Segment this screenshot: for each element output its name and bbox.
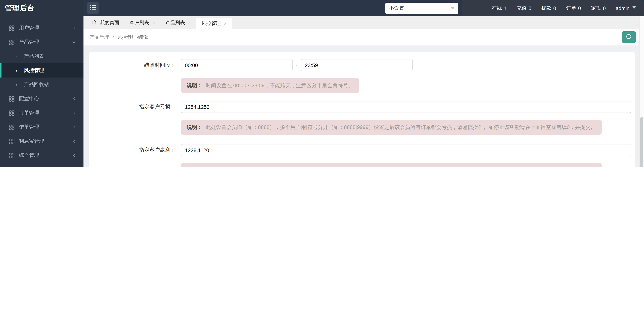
home-icon	[92, 20, 97, 26]
stat-label: 定投	[591, 5, 601, 12]
sidebar-subitem-product-recycle[interactable]: › 产品回收站	[0, 78, 84, 92]
breadcrumb-page: 风控管理-编辑	[117, 34, 148, 40]
chevron-down-icon	[72, 40, 76, 44]
select-value: 不设置	[389, 5, 404, 11]
stat-label: 在线	[492, 5, 502, 12]
range-separator: -	[292, 62, 301, 68]
stat-deposit[interactable]: 充值 0	[516, 5, 531, 12]
sidebar-item-config-center[interactable]: 配置中心	[0, 92, 84, 106]
tab-risk-control[interactable]: 风控管理 ×	[196, 18, 232, 29]
refresh-button[interactable]	[622, 31, 636, 43]
stat-value: 0	[528, 6, 531, 11]
refresh-icon	[625, 33, 632, 41]
sidebar-item-label: 错单管理	[19, 124, 39, 130]
tab-customer-list[interactable]: 客户列表 ×	[124, 16, 160, 29]
grid-icon	[9, 96, 14, 102]
stat-value: 0	[578, 6, 581, 11]
settlement-time-label: 结算时间段：	[89, 59, 176, 71]
sidebar-item-comprehensive-management[interactable]: 综合管理	[0, 148, 84, 162]
caret-down-icon	[632, 6, 636, 8]
stat-online[interactable]: 在线 1	[492, 5, 506, 12]
risk-control-form-card: 结算时间段： - 说明： 时间设置在 00:00～23:59，不能跨天，注意区分…	[89, 52, 635, 166]
chevron-left-icon	[72, 111, 76, 115]
sidebar-menu: 用户管理 产品管理 › 产品列表 › 风控管理	[0, 21, 84, 166]
sidebar-item-report-management[interactable]: 报表管理	[0, 162, 84, 166]
tab-my-desktop[interactable]: 我的桌面	[86, 16, 124, 29]
scrollbar-thumb[interactable]	[640, 117, 643, 166]
breadcrumb-bar: 产品管理 / 风控管理-编辑	[84, 29, 640, 46]
breadcrumb-section[interactable]: 产品管理	[90, 34, 109, 40]
stat-label: 订单	[566, 5, 576, 12]
sidebar-item-order-management[interactable]: 订单管理	[0, 106, 84, 120]
close-icon[interactable]: ×	[224, 21, 227, 26]
sidebar-subitem-risk-control[interactable]: › 风控管理	[0, 63, 84, 78]
stat-label: 充值	[516, 5, 526, 12]
force-loss-input[interactable]	[181, 101, 631, 113]
note-text: 时间设置在 00:00～23:59，不能跨天，注意区分半角全角符号。	[206, 82, 353, 89]
sidebar-subitem-label: 产品回收站	[24, 81, 49, 88]
stat-withdraw[interactable]: 提款 0	[541, 5, 556, 12]
note-label: 说明：	[187, 124, 202, 131]
tab-label: 客户列表	[130, 20, 149, 26]
sidebar-subitem-label: 产品列表	[24, 53, 44, 60]
stat-value: 0	[603, 6, 606, 11]
note-text: 此处设置会员ID（如：8888），多个用户用|符号分开（如：8888|9999）…	[206, 124, 596, 131]
force-loss-label: 指定客户亏损：	[89, 101, 176, 113]
force-win-row: 指定客户赢利：	[89, 144, 635, 156]
arrow-right-icon: ›	[16, 82, 17, 88]
grid-icon	[9, 110, 14, 116]
sidebar-item-label: 产品管理	[19, 39, 39, 46]
select-caret-icon	[451, 7, 455, 9]
stat-value: 1	[504, 6, 506, 11]
sidebar-item-label: 利息宝管理	[19, 138, 44, 144]
settlement-end-input[interactable]	[301, 59, 412, 71]
breadcrumb-separator: /	[112, 34, 114, 40]
force-loss-note: 说明： 此处设置会员ID（如：8888），多个用户用|符号分开（如：8888|9…	[181, 120, 602, 135]
sidebar-subitem-product-list[interactable]: › 产品列表	[0, 49, 84, 63]
tab-bar: 我的桌面 客户列表 × 产品列表 × 风控管理 ×	[84, 16, 640, 29]
force-win-note: 说明： 此处设置会员ID（如：8888），多个用户用|符号分开（如：8888|9…	[181, 163, 602, 166]
grid-icon	[9, 138, 14, 144]
settlement-start-input[interactable]	[181, 59, 292, 71]
settlement-time-note: 说明： 时间设置在 00:00～23:59，不能跨天，注意区分半角全角符号。	[181, 78, 359, 93]
chevron-left-icon	[72, 140, 76, 143]
stat-orders[interactable]: 订单 0	[566, 5, 581, 12]
sidebar-subitem-label: 风控管理	[24, 67, 44, 74]
chevron-left-icon	[72, 125, 76, 129]
force-win-input[interactable]	[181, 144, 631, 156]
sidebar-item-label: 综合管理	[19, 152, 39, 159]
force-win-label: 指定客户赢利：	[89, 144, 176, 156]
vertical-scrollbar[interactable]	[639, 16, 644, 166]
product-filter-select[interactable]: 不设置	[385, 2, 458, 14]
tab-product-list[interactable]: 产品列表 ×	[160, 16, 196, 29]
arrow-right-icon: ›	[16, 68, 17, 74]
tab-label: 产品列表	[166, 20, 185, 26]
header-status-bar: 在线 1 充值 0 提款 0 订单 0 定投 0 admin	[462, 0, 644, 16]
breadcrumb: 产品管理 / 风控管理-编辑	[90, 29, 148, 46]
arrow-right-icon: ›	[16, 53, 17, 59]
force-loss-row: 指定客户亏损：	[89, 101, 635, 113]
user-menu[interactable]: admin	[616, 6, 636, 11]
close-icon[interactable]: ×	[188, 20, 191, 25]
grid-icon	[9, 124, 14, 130]
sidebar-item-product-management[interactable]: 产品管理	[0, 35, 84, 49]
stat-value: 0	[553, 6, 556, 11]
sidebar-toggle-button[interactable]	[87, 2, 99, 14]
grid-icon	[9, 39, 14, 45]
close-icon[interactable]: ×	[152, 20, 155, 25]
tab-label: 我的桌面	[100, 20, 119, 26]
top-header: 不设置 在线 1 充值 0 提款 0 订单 0 定投 0	[84, 0, 644, 16]
settlement-time-row: 结算时间段： -	[89, 59, 635, 71]
grid-icon	[9, 25, 14, 31]
sidebar-item-label: 订单管理	[19, 110, 39, 116]
username: admin	[616, 6, 630, 11]
sidebar-item-user-management[interactable]: 用户管理	[0, 21, 84, 35]
sidebar-item-label: 报表管理	[19, 166, 39, 166]
chevron-left-icon	[72, 26, 76, 30]
stat-fixed-invest[interactable]: 定投 0	[591, 5, 606, 12]
grid-icon	[9, 152, 14, 158]
chevron-left-icon	[72, 154, 76, 157]
sidebar: 管理后台 用户管理 产品管理 ›	[0, 0, 84, 166]
sidebar-item-interest-treasure[interactable]: 利息宝管理	[0, 134, 84, 148]
sidebar-item-error-order-management[interactable]: 错单管理	[0, 120, 84, 134]
